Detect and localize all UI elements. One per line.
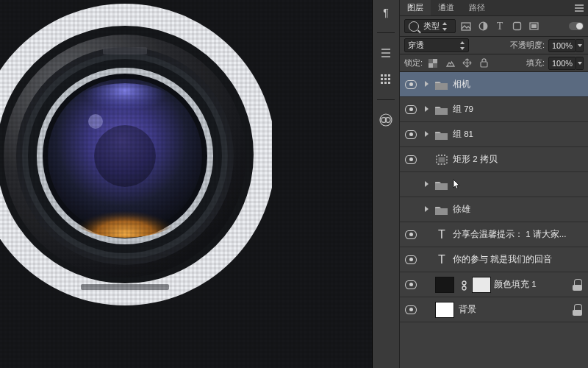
layer-name[interactable]: 背景 [459,304,476,315]
svg-rect-33 [429,59,433,63]
lock-indicator-icon [574,304,584,316]
panel-menu-button[interactable] [570,0,588,15]
layer-name[interactable]: 颜色填充 1 [494,279,537,290]
folder-icon [435,79,448,91]
svg-text:T: T [438,229,445,241]
filter-text-icon[interactable]: T [493,20,506,33]
opacity-label: 不透明度: [510,40,545,51]
visibility-toggle[interactable] [400,305,422,314]
svg-rect-21 [381,82,383,84]
folder-icon [435,129,448,141]
lock-image-icon[interactable] [443,57,456,70]
layer-name[interactable]: 分享会温馨提示： 1 请大家... [453,229,566,240]
disclosure-arrow[interactable] [425,81,432,88]
layer-row-g81[interactable]: 组 81 [400,122,588,147]
visibility-toggle[interactable] [400,80,422,89]
blend-opacity-row: 穿透 不透明度: 100% [400,37,588,54]
panel-tabs: 图层 通道 路径 [400,0,588,16]
svg-rect-27 [462,23,470,30]
filter-toggle-switch[interactable] [569,22,584,30]
disclosure-arrow[interactable] [425,206,432,213]
layers-panel: 图层 通道 路径 类型 T 穿透 [400,0,588,368]
svg-rect-13 [103,47,147,54]
lock-fill-row: 锁定: 填充: 100% [400,54,588,72]
visibility-toggle[interactable] [400,155,422,164]
fill-slider-button[interactable] [576,57,584,70]
paragraph-panel-icon[interactable]: ¶ [378,4,394,21]
layer-thumb [435,302,454,318]
blend-mode-value: 穿透 [408,40,424,51]
svg-rect-29 [513,23,520,30]
disclosure-arrow[interactable] [425,106,432,113]
blend-mode-select[interactable]: 穿透 [404,38,469,52]
filter-shape-icon[interactable] [510,20,523,33]
fill-input[interactable]: 100% [548,57,576,70]
layer-name[interactable]: 你的参与 就是我们的回音 [453,254,552,265]
svg-rect-22 [384,82,387,84]
svg-rect-15 [381,74,383,77]
lock-indicator-icon [574,279,584,291]
disclosure-arrow[interactable] [425,131,432,138]
layer-row-camera[interactable]: 相机 [400,72,588,97]
align-panel-icon[interactable] [378,45,394,61]
layer-name[interactable]: 矩形 2 拷贝 [453,154,498,165]
svg-rect-23 [388,82,390,84]
layer-name[interactable]: 相机 [453,79,470,90]
filter-kind-select[interactable]: 类型 [404,19,456,33]
cursor-icon [451,179,462,191]
layer-row-cur[interactable] [400,172,588,197]
layer-name[interactable]: 组 79 [453,104,473,115]
svg-point-12 [88,114,103,129]
pixel-grid-panel-icon[interactable] [378,71,394,88]
layer-name[interactable]: 组 81 [453,129,473,140]
cc-libraries-icon[interactable] [378,112,394,128]
filter-smart-icon[interactable] [527,20,540,33]
svg-point-9 [68,186,182,238]
svg-rect-18 [381,78,383,80]
mask-thumb [472,277,491,293]
svg-rect-35 [481,62,487,67]
disclosure-arrow[interactable] [425,181,432,188]
lock-transparent-icon[interactable] [426,57,440,70]
fill-thumb [435,277,454,293]
layer-filter-bar: 类型 T [400,16,588,37]
lock-position-icon[interactable] [460,57,473,70]
filter-kind-label: 类型 [423,21,440,32]
layer-row-rect2[interactable]: 矩形 2 拷贝 [400,147,588,172]
lens-graphic [0,0,272,316]
lock-all-icon[interactable] [477,57,490,70]
svg-rect-16 [384,74,387,77]
folder-icon [435,204,448,216]
tab-paths[interactable]: 路径 [462,0,492,15]
layer-row-fill1[interactable]: 颜色填充 1 [400,272,588,297]
layer-row-xux[interactable]: 徐雄 [400,197,588,222]
visibility-toggle[interactable] [400,230,422,239]
folder-icon [435,104,448,116]
dock-column: ¶ [372,0,400,368]
layer-row-bg[interactable]: 背景 [400,297,588,322]
visibility-toggle[interactable] [400,105,422,114]
visibility-toggle[interactable] [400,255,422,264]
opacity-slider-button[interactable] [576,39,584,52]
link-icon [460,280,469,289]
svg-rect-14 [81,284,169,290]
shape-layer-icon [435,154,448,166]
layer-name[interactable]: 徐雄 [453,204,470,215]
layer-row-txt2[interactable]: T你的参与 就是我们的回音 [400,247,588,272]
layer-list[interactable]: 相机组 79组 81矩形 2 拷贝徐雄T分享会温馨提示： 1 请大家...T你的… [400,72,588,368]
search-icon [409,21,419,32]
filter-pixel-icon[interactable] [459,20,473,33]
layer-row-g79[interactable]: 组 79 [400,97,588,122]
visibility-toggle[interactable] [400,130,422,139]
canvas-area[interactable] [0,0,372,368]
text-layer-icon: T [435,229,448,241]
opacity-input[interactable]: 100% [548,39,576,52]
lock-label: 锁定: [404,57,423,68]
tab-channels[interactable]: 通道 [431,0,462,15]
filter-adjust-icon[interactable] [476,20,490,33]
layer-row-txt1[interactable]: T分享会温馨提示： 1 请大家... [400,222,588,247]
visibility-toggle[interactable] [400,280,422,289]
svg-point-11 [94,125,156,187]
svg-rect-34 [433,63,437,68]
tab-layers[interactable]: 图层 [400,0,431,15]
